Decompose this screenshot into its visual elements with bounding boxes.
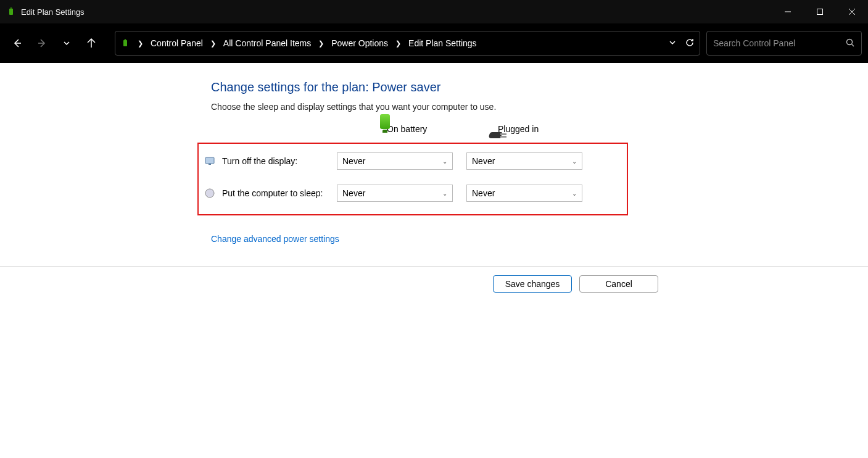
setting-row-sleep: Put the computer to sleep: Never ⌄ Never…: [202, 185, 619, 202]
select-value: Never: [472, 156, 495, 166]
select-value: Never: [472, 188, 495, 198]
up-button[interactable]: [80, 32, 102, 54]
svg-rect-9: [123, 40, 127, 46]
refresh-button[interactable]: [685, 38, 695, 49]
advanced-settings-link[interactable]: Change advanced power settings: [211, 234, 339, 244]
highlight-box: Turn off the display: Never ⌄ Never ⌄ Pu…: [197, 143, 628, 215]
svg-point-11: [847, 39, 853, 44]
row-label: Put the computer to sleep:: [222, 188, 337, 198]
save-button[interactable]: Save changes: [493, 275, 572, 293]
setting-row-display: Turn off the display: Never ⌄ Never ⌄: [202, 152, 619, 170]
chevron-right-icon[interactable]: ❯: [207, 40, 220, 48]
breadcrumb-item[interactable]: Power Options: [328, 36, 392, 51]
page-heading: Change settings for the plan: Power save…: [211, 80, 655, 94]
chevron-down-icon: ⌄: [442, 190, 447, 197]
svg-line-12: [852, 44, 854, 46]
svg-rect-13: [205, 157, 214, 164]
svg-point-15: [205, 189, 214, 198]
maximize-button[interactable]: [804, 0, 836, 23]
search-input[interactable]: [713, 38, 845, 48]
chevron-down-icon[interactable]: [669, 38, 676, 48]
search-icon[interactable]: [845, 38, 855, 49]
address-bar-icon: [120, 38, 130, 48]
search-box[interactable]: [706, 31, 862, 56]
display-icon: [202, 156, 217, 167]
page-subtitle: Choose the sleep and display settings th…: [211, 102, 655, 112]
display-plugged-select[interactable]: Never ⌄: [466, 152, 582, 170]
sleep-battery-select[interactable]: Never ⌄: [337, 185, 453, 202]
window-title: Edit Plan Settings: [21, 7, 772, 17]
chevron-down-icon: ⌄: [442, 158, 447, 165]
back-button[interactable]: [6, 32, 28, 54]
breadcrumb-item[interactable]: Edit Plan Settings: [405, 36, 481, 51]
sleep-icon: [202, 188, 217, 199]
chevron-down-icon: ⌄: [572, 158, 577, 165]
footer: Save changes Cancel: [0, 267, 868, 293]
column-headers: On battery Plugged in: [211, 124, 655, 134]
row-label: Turn off the display:: [222, 156, 337, 166]
cancel-button[interactable]: Cancel: [579, 275, 658, 293]
select-value: Never: [342, 156, 365, 166]
close-button[interactable]: [836, 0, 868, 23]
forward-button[interactable]: [31, 32, 53, 54]
history-dropdown[interactable]: [56, 32, 78, 54]
column-battery-label: On battery: [387, 124, 427, 134]
chevron-right-icon[interactable]: ❯: [134, 40, 147, 48]
svg-rect-1: [10, 7, 12, 9]
select-value: Never: [342, 188, 365, 198]
content-area: Change settings for the plan: Power save…: [0, 63, 868, 293]
minimize-button[interactable]: [772, 0, 804, 23]
sleep-plugged-select[interactable]: Never ⌄: [466, 185, 582, 202]
svg-rect-10: [125, 39, 126, 40]
display-battery-select[interactable]: Never ⌄: [337, 152, 453, 170]
title-bar: Edit Plan Settings: [0, 0, 868, 23]
svg-rect-14: [209, 164, 211, 165]
address-bar[interactable]: ❯ Control Panel ❯ All Control Panel Item…: [115, 31, 700, 56]
breadcrumb-item[interactable]: All Control Panel Items: [220, 36, 315, 51]
svg-rect-3: [817, 9, 823, 15]
chevron-right-icon[interactable]: ❯: [315, 40, 328, 48]
column-plugged-label: Plugged in: [498, 124, 539, 134]
breadcrumb-item[interactable]: Control Panel: [147, 36, 207, 51]
chevron-down-icon: ⌄: [572, 190, 577, 197]
app-icon: [6, 7, 16, 17]
svg-rect-0: [9, 9, 13, 15]
chevron-right-icon[interactable]: ❯: [392, 40, 405, 48]
nav-bar: ❯ Control Panel ❯ All Control Panel Item…: [0, 23, 868, 63]
